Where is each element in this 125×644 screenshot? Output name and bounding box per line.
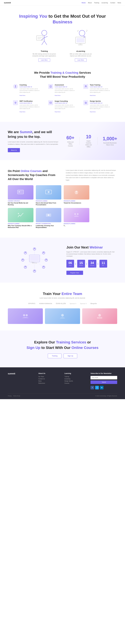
about-left: We are Summit, and we will bring you to … [8,130,59,152]
footer: summit About Us Our Team Contact Us News… [0,367,125,399]
services-header: We Provide Training & Coaching ServicesT… [13,71,112,79]
facebook-icon[interactable]: f [90,386,94,390]
countdown-milli: 11 Milli.. [99,260,107,268]
social-icons: f t in [90,386,117,390]
coaching-read-more[interactable]: Read More [20,95,25,96]
nwt-read-more[interactable]: Read More [20,111,25,112]
assessment-icon [48,84,53,89]
footer-link-elearning[interactable]: eLearning [64,378,87,380]
training-learn-more-btn[interactable]: Learn More [38,58,50,62]
elearning-desc: With our online video courses you can im… [68,53,94,57]
countdown-sep-1: : [75,262,76,266]
courses-desc: Lorem ipsum dolor sit amet, consectetur … [66,169,117,181]
nav-contact[interactable]: Contact [110,2,115,4]
footer-link-design-sprints[interactable]: Design Sprints [64,380,87,382]
svg-point-64 [43,252,44,253]
svg-line-56 [39,254,42,256]
team-img-1 [8,308,43,324]
nav-elearning[interactable]: eLearning [101,2,108,4]
svg-point-63 [25,252,26,253]
service-coaching: Coaching Lorem ipsum dolor sit Lorem ips… [13,84,42,96]
team-training-icon [83,84,88,89]
hero-cards: Training We offer training services for … [11,28,114,62]
course-card-2: Finance Planning How to Get Actual Value… [36,185,61,206]
footer-about-links: Our Team Contact Us News References [38,376,61,384]
minutes-value: 15 [79,261,83,264]
svg-point-24 [15,102,16,103]
svg-point-67 [25,266,26,267]
stat-coaches: 10 Expert CoachesOnline and Offline [85,134,92,148]
course-tag-7: Finance Planning [64,223,89,224]
services-heading: We Provide Training & Coaching ServicesT… [13,71,112,79]
footer-newsletter-col: Subscribe to Our Newsletter Submit f t i… [90,372,117,390]
linkedin-icon[interactable]: in [100,386,103,390]
svg-point-45 [32,262,37,264]
svg-point-29 [19,191,20,192]
about-section: We are Summit, and we will bring you to … [0,122,125,160]
svg-point-72 [61,314,64,316]
courses-heading: On Point Online Courses and Screencasts … [8,169,59,181]
elearning-learn-more-btn[interactable]: Learn More [75,58,86,62]
footer-link-courses[interactable]: Courses [64,382,87,384]
design-sprints-read-more[interactable]: Read More [90,111,96,112]
cta-section: Explore Our Training Services orSign Up … [0,330,125,367]
training-desc: We offer training services for one perso… [31,53,57,57]
svg-rect-43 [30,256,39,261]
footer-link-news[interactable]: News [38,380,61,382]
team-training-read-more[interactable]: Read More [90,95,96,96]
course-thumb-2 [36,185,61,200]
service-image-consulting: Image Consulting Lorem ipsum dolor sit L… [48,100,77,113]
footer-privacy[interactable]: Privacy [8,395,12,396]
course-card-5: Z Finance Planning Why Your Company Shou… [8,208,34,228]
course-thumb-7 [64,208,89,222]
footer-terms[interactable]: Terms of Use [13,395,20,396]
team-section: Train Your Entire Team Lorem ipsum dolor… [0,285,125,330]
newsletter-submit-btn[interactable]: Submit [90,380,117,384]
course-title-3: Tweak the Circumstances [64,202,89,204]
footer-about-title: About Us [38,372,61,374]
about-heading: We are Summit, and we will bring you to … [8,130,59,139]
footer-link-training[interactable]: Training [64,376,87,377]
hours-value: 06 [68,261,72,264]
nav-home[interactable]: Home [82,2,86,4]
twitter-icon[interactable]: t [95,386,99,390]
nav-news[interactable]: News [117,2,121,4]
footer-link-references[interactable]: References [38,382,61,384]
newsletter-input[interactable] [90,376,117,380]
stat-coaches-label: Expert CoachesOnline and Offline [85,140,92,148]
course-title-5: Why Your Company Should Offer a Retireme… [8,225,34,228]
course-title-7: T... [64,225,89,226]
logo-robin: ROBIN ROBINSON [39,303,52,304]
nwt-content: NWT Certification Lorem ipsum dolor sit … [20,100,42,113]
training-illustration [34,28,55,48]
footer-about-col: About Us Our Team Contact Us News Refere… [38,372,61,390]
about-right: 60+ Online and OfflineCourses 10 Expert … [66,134,117,148]
coaching-desc: Lorem ipsum dolor sit amet, sed do eiusm… [20,88,42,94]
service-design-sprints: Design Sprints Lorem ipsum dolor sit Lor… [83,100,112,113]
image-consulting-subtitle: Lorem ipsum dolor sit [55,102,77,104]
seconds-value: 34 [90,261,94,264]
countdown-timer: 06 Hours : 15 Minutes : 34 Seconds : 11 … [66,260,114,268]
footer-brand: summit [8,372,35,390]
nav-training[interactable]: Training [94,2,99,4]
stat-businesses-label: Successful BusinessesHelp to Grow [103,142,117,146]
cta-training-btn[interactable]: Training [48,354,61,358]
assessment-read-more[interactable]: Read More [55,95,61,96]
countdown-hours: 06 Hours [66,260,74,268]
coaching-content: Coaching Lorem ipsum dolor sit Lorem ips… [20,84,42,96]
footer-link-team[interactable]: Our Team [38,376,61,377]
image-consulting-read-more[interactable]: Read More [55,111,61,112]
nav-about[interactable]: About [88,2,92,4]
footer-newsletter-title: Subscribe to Our Newsletter [90,372,117,374]
footer-link-contact[interactable]: Contact Us [38,378,61,380]
courses-section: On Point Online Courses and Screencasts … [0,162,125,235]
about-us-btn[interactable]: About Us [8,148,20,152]
team-img-2 [45,308,80,324]
nav-logo[interactable]: summit [4,2,11,4]
cta-signup-btn[interactable]: Sign Up [64,354,77,358]
network-illustration [20,246,49,274]
team-training-content: Team Training Lorem ipsum dolor sit Lore… [90,84,112,96]
course-title-1: Get Your Social Media Up and Running [8,202,34,206]
register-here-btn[interactable]: Register Here [66,271,83,275]
nwt-icon [13,100,18,105]
